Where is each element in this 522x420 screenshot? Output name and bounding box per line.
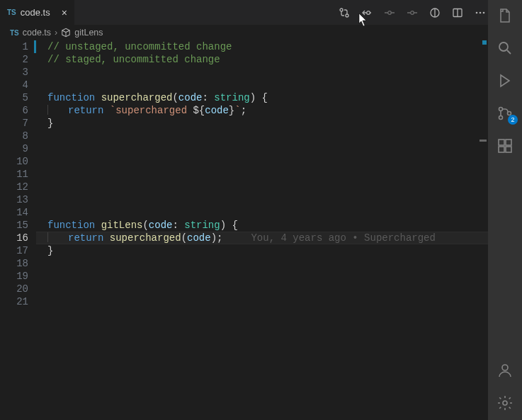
code-line[interactable]: [47, 181, 488, 193]
line-number: 6: [0, 104, 28, 117]
code-line[interactable]: [47, 155, 488, 168]
svg-point-1: [346, 14, 348, 17]
code-line[interactable]: return supercharged(code);You, 4 years a…: [47, 232, 488, 244]
code-token: supercharged: [101, 92, 173, 103]
svg-point-18: [502, 365, 508, 370]
code-line[interactable]: [47, 79, 488, 91]
line-number: 21: [0, 295, 28, 308]
symbol-namespace-icon: [61, 28, 71, 38]
run-debug-icon[interactable]: [497, 72, 514, 89]
line-number: 8: [0, 130, 28, 142]
svg-rect-17: [506, 140, 511, 145]
close-tab-icon[interactable]: ×: [62, 7, 67, 18]
line-number: 3: [0, 66, 28, 79]
code-token: // staged, uncommitted change: [47, 54, 220, 65]
code-token: (: [142, 220, 148, 231]
code-line[interactable]: // unstaged, uncommitted change: [47, 40, 488, 53]
code-line[interactable]: [47, 283, 488, 295]
code-line[interactable]: [47, 295, 488, 308]
svg-point-11: [499, 108, 503, 111]
file-annotation-icon[interactable]: [429, 6, 441, 19]
code-line[interactable]: [47, 130, 488, 142]
accounts-icon[interactable]: [497, 362, 514, 379]
breadcrumb-file[interactable]: code.ts: [23, 28, 51, 38]
code-line[interactable]: function gitLens(code: string) {: [47, 219, 488, 232]
line-number: 20: [0, 283, 28, 295]
code-token: (: [172, 92, 178, 103]
code-token: code: [149, 220, 173, 231]
git-compare-icon[interactable]: [338, 6, 351, 19]
code-token: :: [172, 220, 184, 231]
code-token: gitLens: [101, 220, 143, 231]
code-token: (: [181, 232, 187, 244]
source-control-badge: 2: [508, 115, 518, 125]
svg-point-19: [503, 401, 507, 405]
code-editor[interactable]: 123456789101112131415161718192021 // uns…: [0, 40, 488, 420]
code-line[interactable]: [47, 142, 488, 155]
code-line[interactable]: function supercharged(code: string) {: [47, 91, 488, 104]
line-number: 12: [0, 181, 28, 193]
code-line[interactable]: }: [47, 244, 488, 257]
git-commit-prev-icon[interactable]: [383, 6, 396, 19]
typescript-icon: TS: [10, 29, 19, 37]
code-line[interactable]: [47, 270, 488, 283]
code-token: `supercharged: [110, 105, 193, 116]
line-number: 19: [0, 270, 28, 283]
gitlens-inline-blame[interactable]: You, 4 years ago • Supercharged: [251, 232, 435, 244]
code-token: ;: [241, 105, 246, 116]
code-token: string: [184, 220, 220, 231]
tab-bar: TS code.ts ×: [0, 0, 522, 25]
code-token: function: [47, 92, 101, 103]
svg-rect-14: [499, 140, 504, 145]
line-number: 15: [0, 219, 28, 232]
svg-rect-15: [499, 147, 504, 152]
more-actions-icon[interactable]: [474, 6, 487, 19]
line-number: 5: [0, 91, 28, 104]
typescript-icon: TS: [7, 8, 16, 16]
code-token: }: [229, 105, 234, 116]
code-line[interactable]: [47, 257, 488, 270]
code-line[interactable]: // staged, uncommitted change: [47, 53, 488, 66]
code-token: string: [214, 92, 249, 103]
breadcrumb-symbol[interactable]: gitLens: [74, 28, 103, 38]
code-token: ) {: [250, 92, 268, 103]
code-token: ${: [193, 105, 205, 116]
overview-ruler[interactable]: [480, 25, 488, 420]
code-token: return: [68, 105, 110, 116]
code-line[interactable]: return `supercharged ${code}`;: [47, 104, 488, 117]
explorer-icon[interactable]: [497, 7, 514, 24]
settings-gear-icon[interactable]: [497, 395, 514, 412]
overview-mark: [480, 140, 487, 142]
svg-point-2: [367, 11, 370, 14]
line-number: 7: [0, 117, 28, 130]
editor-title-actions: [338, 0, 487, 25]
code-content[interactable]: // unstaged, uncommitted change// staged…: [36, 40, 488, 420]
split-editor-icon[interactable]: [451, 6, 464, 19]
git-commit-next-icon[interactable]: [406, 6, 419, 19]
line-number: 11: [0, 168, 28, 181]
overview-mark: [482, 40, 487, 45]
line-number: 4: [0, 79, 28, 91]
line-number: 16: [0, 232, 28, 244]
code-token: supercharged: [110, 232, 181, 244]
chevron-right-icon: ›: [55, 28, 57, 38]
code-line[interactable]: }: [47, 117, 488, 130]
code-line[interactable]: [47, 193, 488, 206]
indent-guide: [47, 232, 48, 242]
editor-tab[interactable]: TS code.ts ×: [0, 0, 74, 25]
search-icon[interactable]: [497, 40, 514, 57]
svg-point-12: [499, 116, 503, 120]
source-control-icon[interactable]: 2: [497, 105, 514, 122]
code-line[interactable]: [47, 206, 488, 219]
code-line[interactable]: [47, 168, 488, 181]
code-token: ) {: [220, 220, 238, 231]
breadcrumb[interactable]: TS code.ts › gitLens: [0, 25, 522, 40]
line-number: 10: [0, 155, 28, 168]
git-commit-back-icon[interactable]: [361, 6, 373, 19]
code-line[interactable]: [47, 66, 488, 79]
svg-rect-16: [506, 147, 511, 152]
line-number: 17: [0, 244, 28, 257]
code-token: // unstaged, uncommitted change: [47, 41, 232, 52]
extensions-icon[interactable]: [497, 137, 514, 154]
svg-point-0: [340, 8, 343, 11]
